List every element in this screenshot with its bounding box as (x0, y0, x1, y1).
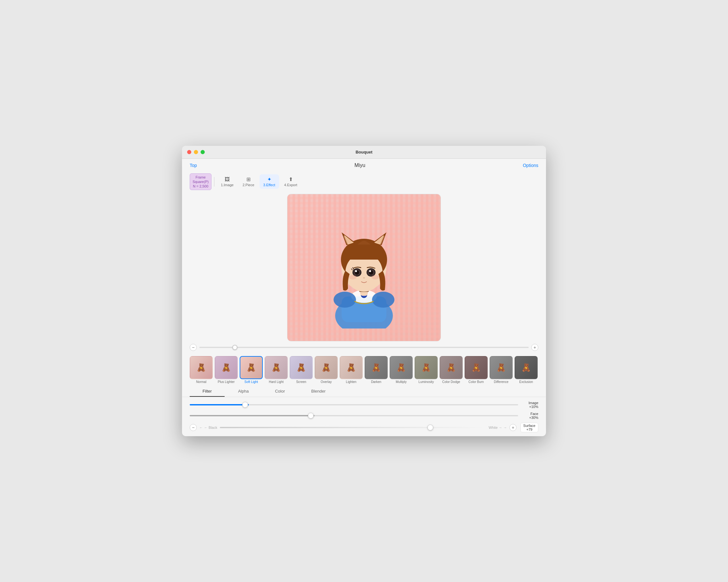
blend-mode-multiply[interactable]: 🧸 Multiply (390, 356, 413, 384)
zoom-out-button[interactable]: − (190, 344, 197, 351)
blend-mode-color-burn[interactable]: 🧸 Color Burn (465, 356, 488, 384)
window-title: Bouquet (356, 150, 373, 154)
traffic-lights (187, 150, 205, 154)
blend-mode-normal[interactable]: 🧸 Normal (190, 356, 213, 384)
svg-point-25 (369, 270, 371, 272)
blend-thumb-img-overlay: 🧸 (315, 356, 338, 379)
blend-char-soft-light: 🧸 (240, 357, 262, 379)
toolbar-step-export-label: 4.Export (284, 183, 297, 187)
blend-char-lighten: 🧸 (340, 357, 362, 379)
arrow-right-icon: → (503, 426, 507, 429)
blend-char-color-dodge: 🧸 (440, 357, 462, 379)
black-label: ← ← Black (199, 426, 217, 429)
toolbar-step-image[interactable]: 🖼 1.Image (217, 175, 237, 189)
image-icon: 🖼 (225, 177, 230, 182)
white-text: White → (489, 426, 502, 429)
blend-char-plus-lighter: 🧸 (215, 357, 237, 379)
blend-mode-normal-label: Normal (196, 380, 206, 384)
frame-badge: Frame Square(P) N = 2,500 (190, 173, 211, 191)
blend-mode-color-burn-label: Color Burn (468, 380, 484, 384)
tab-alpha-label: Alpha (238, 389, 249, 394)
zoom-in-button[interactable]: + (531, 344, 538, 351)
toolbar-step-export[interactable]: ⬆ 4.Export (280, 174, 301, 189)
blend-mode-lighten[interactable]: 🧸 Lighten (340, 356, 363, 384)
maximize-button[interactable] (201, 150, 205, 154)
blend-thumb-img-darken: 🧸 (365, 356, 388, 379)
blend-thumb-img-exclusion: 🧸 (515, 356, 538, 379)
blend-mode-luminosity[interactable]: 🧸 Luminosity (415, 356, 438, 384)
image-value: +10% (529, 405, 538, 409)
image-slider-row: Image +10% (190, 401, 538, 409)
blend-mode-darken-label: Darken (371, 380, 381, 384)
surface-plus-button[interactable]: + (510, 424, 517, 431)
blend-char-normal: 🧸 (190, 357, 212, 379)
zoom-out-icon: − (192, 345, 194, 350)
effect-icon: ✦ (267, 176, 271, 182)
blend-mode-plus-lighter[interactable]: 🧸 Plus Lighter (215, 356, 238, 384)
zoom-slider-thumb[interactable] (232, 345, 237, 350)
toolbar: Frame Square(P) N = 2,500 🖼 1.Image ⊞ 2.… (182, 172, 546, 194)
svg-point-4 (372, 292, 394, 308)
toolbar-step-piece[interactable]: ⊞ 2.Piece (239, 174, 258, 189)
face-slider-track[interactable] (190, 415, 518, 416)
blend-thumb-img-hard-light: 🧸 (265, 356, 288, 379)
anime-character (319, 207, 409, 329)
blend-mode-luminosity-label: Luminosity (418, 380, 434, 384)
blend-thumb-img-lighten: 🧸 (340, 356, 363, 379)
minimize-button[interactable] (194, 150, 198, 154)
surface-label: Surface (523, 424, 536, 428)
blend-char-hard-light: 🧸 (265, 357, 287, 379)
blend-mode-exclusion[interactable]: 🧸 Exclusion (515, 356, 538, 384)
tab-blender-label: Blender (311, 389, 326, 394)
blend-thumb-img-color-burn: 🧸 (465, 356, 488, 379)
blend-mode-darken[interactable]: 🧸 Darken (365, 356, 388, 384)
blend-mode-overlay[interactable]: 🧸 Overlay (315, 356, 338, 384)
toolbar-step-effect-label: 3.Effect (263, 183, 275, 187)
tab-color[interactable]: Color (262, 386, 298, 397)
surface-slider-thumb[interactable] (427, 425, 433, 430)
top-nav-link[interactable]: Top (190, 163, 197, 168)
svg-point-28 (371, 275, 379, 279)
blend-char-multiply: 🧸 (390, 357, 412, 379)
surface-slider-row: − ← ← Black White → → + Surface (190, 423, 538, 432)
blend-mode-hard-light[interactable]: 🧸 Hard Light (265, 356, 288, 384)
image-slider-thumb[interactable] (242, 402, 248, 408)
surface-slider-track[interactable] (220, 427, 486, 428)
tab-filter-label: Filter (203, 389, 212, 394)
zoom-slider[interactable] (199, 347, 529, 348)
surface-minus-button[interactable]: − (190, 424, 197, 431)
face-value: +30% (529, 416, 538, 420)
toolbar-step-image-label: 1.Image (221, 183, 234, 187)
tab-alpha[interactable]: Alpha (225, 386, 261, 397)
face-slider-thumb[interactable] (308, 413, 314, 419)
blend-thumb-img-color-dodge: 🧸 (440, 356, 463, 379)
tab-blender[interactable]: Blender (298, 386, 338, 397)
blend-thumb-img-luminosity: 🧸 (415, 356, 438, 379)
blend-mode-difference-label: Difference (494, 380, 508, 384)
blend-mode-hard-light-label: Hard Light (269, 380, 284, 384)
blend-mode-color-dodge[interactable]: 🧸 Color Dodge (440, 356, 463, 384)
tab-panel-filter: Image +10% Face +30% − (182, 397, 546, 436)
main-content: Top Miyu Options Frame Square(P) N = 2,5… (182, 159, 546, 436)
options-button[interactable]: Options (523, 163, 538, 168)
tab-filter[interactable]: Filter (190, 386, 225, 397)
doc-title: Miyu (355, 162, 365, 168)
face-slider-row: Face +30% (190, 412, 538, 420)
image-slider-track[interactable] (190, 404, 518, 405)
blend-mode-lighten-label: Lighten (346, 380, 357, 384)
close-button[interactable] (187, 150, 191, 154)
toolbar-step-effect[interactable]: ✦ 3.Effect (260, 174, 279, 189)
blend-mode-soft-light[interactable]: 🧸 Soft Light (240, 356, 263, 384)
blend-mode-difference[interactable]: 🧸 Difference (490, 356, 513, 384)
image-slider-label: Image +10% (521, 401, 538, 409)
blend-mode-screen[interactable]: 🧸 Screen (290, 356, 313, 384)
blend-mode-plus-lighter-label: Plus Lighter (218, 380, 235, 384)
image-label: Image (528, 401, 538, 405)
main-area (182, 194, 546, 341)
blend-thumb-img-multiply: 🧸 (390, 356, 413, 379)
blend-char-difference: 🧸 (490, 357, 512, 379)
piece-icon: ⊞ (246, 176, 251, 182)
blend-thumb-img-screen: 🧸 (290, 356, 313, 379)
blend-mode-exclusion-label: Exclusion (519, 380, 533, 384)
minus-icon: − (192, 425, 194, 430)
